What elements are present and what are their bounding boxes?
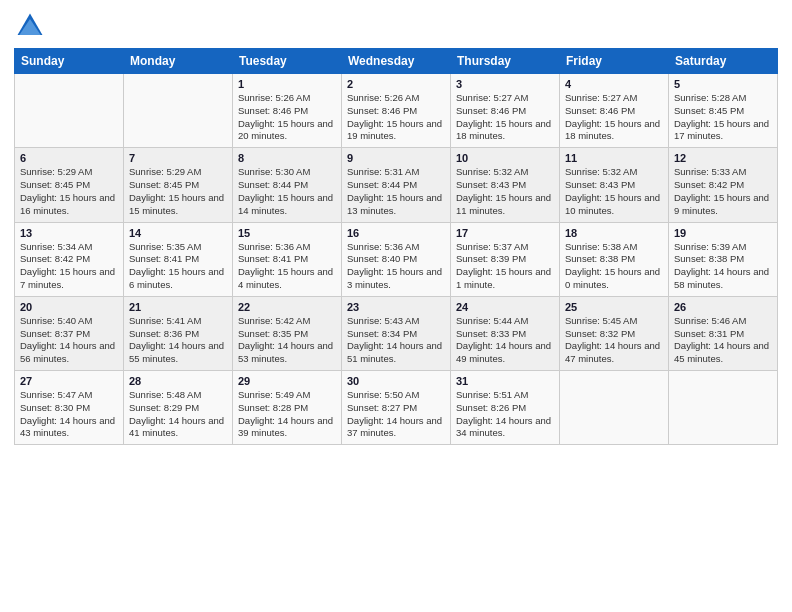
calendar-cell: 8Sunrise: 5:30 AM Sunset: 8:44 PM Daylig…: [233, 148, 342, 222]
day-number: 21: [129, 301, 227, 313]
day-number: 18: [565, 227, 663, 239]
day-info: Sunrise: 5:30 AM Sunset: 8:44 PM Dayligh…: [238, 166, 336, 217]
calendar-cell: 9Sunrise: 5:31 AM Sunset: 8:44 PM Daylig…: [342, 148, 451, 222]
calendar-cell: 10Sunrise: 5:32 AM Sunset: 8:43 PM Dayli…: [451, 148, 560, 222]
page: SundayMondayTuesdayWednesdayThursdayFrid…: [0, 0, 792, 612]
calendar-cell: 19Sunrise: 5:39 AM Sunset: 8:38 PM Dayli…: [669, 222, 778, 296]
weekday-header: Friday: [560, 49, 669, 74]
day-number: 19: [674, 227, 772, 239]
day-info: Sunrise: 5:43 AM Sunset: 8:34 PM Dayligh…: [347, 315, 445, 366]
day-info: Sunrise: 5:36 AM Sunset: 8:40 PM Dayligh…: [347, 241, 445, 292]
calendar-cell: 4Sunrise: 5:27 AM Sunset: 8:46 PM Daylig…: [560, 74, 669, 148]
weekday-header: Monday: [124, 49, 233, 74]
calendar-cell: 23Sunrise: 5:43 AM Sunset: 8:34 PM Dayli…: [342, 296, 451, 370]
day-number: 25: [565, 301, 663, 313]
calendar-cell: 26Sunrise: 5:46 AM Sunset: 8:31 PM Dayli…: [669, 296, 778, 370]
calendar-week-row: 20Sunrise: 5:40 AM Sunset: 8:37 PM Dayli…: [15, 296, 778, 370]
calendar-cell: 15Sunrise: 5:36 AM Sunset: 8:41 PM Dayli…: [233, 222, 342, 296]
day-info: Sunrise: 5:49 AM Sunset: 8:28 PM Dayligh…: [238, 389, 336, 440]
calendar-cell: 13Sunrise: 5:34 AM Sunset: 8:42 PM Dayli…: [15, 222, 124, 296]
day-info: Sunrise: 5:28 AM Sunset: 8:45 PM Dayligh…: [674, 92, 772, 143]
day-info: Sunrise: 5:37 AM Sunset: 8:39 PM Dayligh…: [456, 241, 554, 292]
calendar-cell: 7Sunrise: 5:29 AM Sunset: 8:45 PM Daylig…: [124, 148, 233, 222]
day-number: 14: [129, 227, 227, 239]
day-info: Sunrise: 5:36 AM Sunset: 8:41 PM Dayligh…: [238, 241, 336, 292]
day-number: 3: [456, 78, 554, 90]
calendar-cell: 29Sunrise: 5:49 AM Sunset: 8:28 PM Dayli…: [233, 371, 342, 445]
day-info: Sunrise: 5:29 AM Sunset: 8:45 PM Dayligh…: [20, 166, 118, 217]
day-number: 12: [674, 152, 772, 164]
day-info: Sunrise: 5:41 AM Sunset: 8:36 PM Dayligh…: [129, 315, 227, 366]
day-info: Sunrise: 5:29 AM Sunset: 8:45 PM Dayligh…: [129, 166, 227, 217]
day-info: Sunrise: 5:51 AM Sunset: 8:26 PM Dayligh…: [456, 389, 554, 440]
day-number: 5: [674, 78, 772, 90]
day-info: Sunrise: 5:40 AM Sunset: 8:37 PM Dayligh…: [20, 315, 118, 366]
calendar-cell: 22Sunrise: 5:42 AM Sunset: 8:35 PM Dayli…: [233, 296, 342, 370]
day-info: Sunrise: 5:50 AM Sunset: 8:27 PM Dayligh…: [347, 389, 445, 440]
calendar-cell: 24Sunrise: 5:44 AM Sunset: 8:33 PM Dayli…: [451, 296, 560, 370]
calendar-cell: 3Sunrise: 5:27 AM Sunset: 8:46 PM Daylig…: [451, 74, 560, 148]
day-info: Sunrise: 5:34 AM Sunset: 8:42 PM Dayligh…: [20, 241, 118, 292]
calendar-week-row: 27Sunrise: 5:47 AM Sunset: 8:30 PM Dayli…: [15, 371, 778, 445]
calendar-cell: [669, 371, 778, 445]
calendar-cell: 12Sunrise: 5:33 AM Sunset: 8:42 PM Dayli…: [669, 148, 778, 222]
day-info: Sunrise: 5:26 AM Sunset: 8:46 PM Dayligh…: [238, 92, 336, 143]
calendar-cell: 31Sunrise: 5:51 AM Sunset: 8:26 PM Dayli…: [451, 371, 560, 445]
day-number: 23: [347, 301, 445, 313]
weekday-header: Wednesday: [342, 49, 451, 74]
day-number: 4: [565, 78, 663, 90]
day-number: 9: [347, 152, 445, 164]
day-info: Sunrise: 5:48 AM Sunset: 8:29 PM Dayligh…: [129, 389, 227, 440]
day-number: 10: [456, 152, 554, 164]
logo: [14, 10, 50, 42]
day-number: 31: [456, 375, 554, 387]
day-number: 7: [129, 152, 227, 164]
calendar-cell: 17Sunrise: 5:37 AM Sunset: 8:39 PM Dayli…: [451, 222, 560, 296]
day-info: Sunrise: 5:27 AM Sunset: 8:46 PM Dayligh…: [456, 92, 554, 143]
calendar-header-row: SundayMondayTuesdayWednesdayThursdayFrid…: [15, 49, 778, 74]
day-number: 15: [238, 227, 336, 239]
day-info: Sunrise: 5:47 AM Sunset: 8:30 PM Dayligh…: [20, 389, 118, 440]
day-info: Sunrise: 5:27 AM Sunset: 8:46 PM Dayligh…: [565, 92, 663, 143]
day-number: 1: [238, 78, 336, 90]
day-info: Sunrise: 5:45 AM Sunset: 8:32 PM Dayligh…: [565, 315, 663, 366]
day-number: 17: [456, 227, 554, 239]
day-info: Sunrise: 5:26 AM Sunset: 8:46 PM Dayligh…: [347, 92, 445, 143]
calendar-cell: 30Sunrise: 5:50 AM Sunset: 8:27 PM Dayli…: [342, 371, 451, 445]
day-number: 16: [347, 227, 445, 239]
calendar-cell: 11Sunrise: 5:32 AM Sunset: 8:43 PM Dayli…: [560, 148, 669, 222]
calendar-cell: 21Sunrise: 5:41 AM Sunset: 8:36 PM Dayli…: [124, 296, 233, 370]
calendar-cell: 6Sunrise: 5:29 AM Sunset: 8:45 PM Daylig…: [15, 148, 124, 222]
calendar-cell: 20Sunrise: 5:40 AM Sunset: 8:37 PM Dayli…: [15, 296, 124, 370]
day-number: 28: [129, 375, 227, 387]
header: [14, 10, 778, 42]
day-info: Sunrise: 5:39 AM Sunset: 8:38 PM Dayligh…: [674, 241, 772, 292]
day-info: Sunrise: 5:32 AM Sunset: 8:43 PM Dayligh…: [456, 166, 554, 217]
day-info: Sunrise: 5:32 AM Sunset: 8:43 PM Dayligh…: [565, 166, 663, 217]
calendar-week-row: 6Sunrise: 5:29 AM Sunset: 8:45 PM Daylig…: [15, 148, 778, 222]
calendar-cell: 14Sunrise: 5:35 AM Sunset: 8:41 PM Dayli…: [124, 222, 233, 296]
logo-icon: [14, 10, 46, 42]
calendar-cell: [560, 371, 669, 445]
day-number: 27: [20, 375, 118, 387]
day-number: 20: [20, 301, 118, 313]
calendar-cell: 28Sunrise: 5:48 AM Sunset: 8:29 PM Dayli…: [124, 371, 233, 445]
day-info: Sunrise: 5:44 AM Sunset: 8:33 PM Dayligh…: [456, 315, 554, 366]
day-info: Sunrise: 5:42 AM Sunset: 8:35 PM Dayligh…: [238, 315, 336, 366]
day-number: 22: [238, 301, 336, 313]
day-number: 29: [238, 375, 336, 387]
day-number: 6: [20, 152, 118, 164]
calendar-cell: 25Sunrise: 5:45 AM Sunset: 8:32 PM Dayli…: [560, 296, 669, 370]
calendar-cell: [15, 74, 124, 148]
day-info: Sunrise: 5:33 AM Sunset: 8:42 PM Dayligh…: [674, 166, 772, 217]
day-info: Sunrise: 5:31 AM Sunset: 8:44 PM Dayligh…: [347, 166, 445, 217]
day-number: 26: [674, 301, 772, 313]
day-number: 13: [20, 227, 118, 239]
day-number: 24: [456, 301, 554, 313]
weekday-header: Thursday: [451, 49, 560, 74]
day-info: Sunrise: 5:46 AM Sunset: 8:31 PM Dayligh…: [674, 315, 772, 366]
calendar-cell: 18Sunrise: 5:38 AM Sunset: 8:38 PM Dayli…: [560, 222, 669, 296]
calendar-cell: 5Sunrise: 5:28 AM Sunset: 8:45 PM Daylig…: [669, 74, 778, 148]
day-number: 11: [565, 152, 663, 164]
weekday-header: Tuesday: [233, 49, 342, 74]
